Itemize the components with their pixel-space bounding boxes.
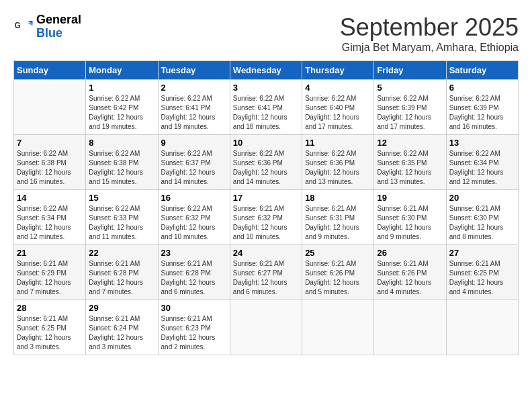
calendar-day-cell: 17Sunrise: 6:21 AM Sunset: 6:32 PM Dayli… [230,190,302,245]
day-info: Sunrise: 6:21 AM Sunset: 6:32 PM Dayligh… [233,204,299,242]
day-info: Sunrise: 6:21 AM Sunset: 6:31 PM Dayligh… [305,204,371,242]
subtitle: Gimja Bet Maryam, Amhara, Ethiopia [340,42,519,54]
calendar-week-row: 1Sunrise: 6:22 AM Sunset: 6:42 PM Daylig… [14,80,519,135]
day-info: Sunrise: 6:22 AM Sunset: 6:41 PM Dayligh… [233,94,299,132]
calendar-day-cell: 1Sunrise: 6:22 AM Sunset: 6:42 PM Daylig… [86,80,158,135]
calendar-day-cell [302,300,374,355]
day-number: 24 [233,248,299,258]
day-info: Sunrise: 6:22 AM Sunset: 6:39 PM Dayligh… [449,94,515,132]
day-info: Sunrise: 6:22 AM Sunset: 6:36 PM Dayligh… [305,149,371,187]
calendar-body: 1Sunrise: 6:22 AM Sunset: 6:42 PM Daylig… [14,80,519,355]
weekday-header-cell: Friday [374,61,446,80]
calendar-week-row: 7Sunrise: 6:22 AM Sunset: 6:38 PM Daylig… [14,135,519,190]
calendar-day-cell: 26Sunrise: 6:21 AM Sunset: 6:26 PM Dayli… [374,245,446,300]
day-info: Sunrise: 6:22 AM Sunset: 6:33 PM Dayligh… [89,204,154,242]
header: G General Blue September 2025 Gimja Bet … [13,13,519,54]
weekday-header-cell: Thursday [302,61,374,80]
calendar-day-cell [374,300,446,355]
day-number: 16 [161,193,227,203]
calendar-day-cell: 2Sunrise: 6:22 AM Sunset: 6:41 PM Daylig… [158,80,230,135]
day-info: Sunrise: 6:22 AM Sunset: 6:38 PM Dayligh… [17,149,83,187]
day-info: Sunrise: 6:22 AM Sunset: 6:40 PM Dayligh… [305,94,371,132]
day-number: 15 [89,193,154,203]
calendar-day-cell: 11Sunrise: 6:22 AM Sunset: 6:36 PM Dayli… [302,135,374,190]
day-info: Sunrise: 6:22 AM Sunset: 6:41 PM Dayligh… [161,94,227,132]
day-info: Sunrise: 6:21 AM Sunset: 6:25 PM Dayligh… [17,314,83,352]
weekday-header-row: SundayMondayTuesdayWednesdayThursdayFrid… [14,61,519,80]
weekday-header-cell: Saturday [446,61,518,80]
calendar-day-cell: 5Sunrise: 6:22 AM Sunset: 6:39 PM Daylig… [374,80,446,135]
calendar-day-cell: 20Sunrise: 6:21 AM Sunset: 6:30 PM Dayli… [446,190,518,245]
day-number: 27 [449,248,515,258]
weekday-header-cell: Monday [86,61,158,80]
day-info: Sunrise: 6:21 AM Sunset: 6:30 PM Dayligh… [449,204,515,242]
weekday-header-cell: Wednesday [230,61,302,80]
day-number: 13 [449,138,515,148]
logo-text: General Blue [36,13,81,40]
calendar-day-cell: 24Sunrise: 6:21 AM Sunset: 6:27 PM Dayli… [230,245,302,300]
calendar-day-cell: 4Sunrise: 6:22 AM Sunset: 6:40 PM Daylig… [302,80,374,135]
calendar-day-cell: 18Sunrise: 6:21 AM Sunset: 6:31 PM Dayli… [302,190,374,245]
calendar-day-cell: 29Sunrise: 6:21 AM Sunset: 6:24 PM Dayli… [86,300,158,355]
day-number: 12 [377,138,443,148]
day-info: Sunrise: 6:22 AM Sunset: 6:42 PM Dayligh… [89,94,154,132]
day-number: 17 [233,193,299,203]
day-number: 28 [17,303,83,313]
day-number: 23 [161,248,227,258]
day-number: 7 [17,138,83,148]
day-number: 8 [89,138,154,148]
calendar-week-row: 28Sunrise: 6:21 AM Sunset: 6:25 PM Dayli… [14,300,519,355]
day-number: 5 [377,83,443,93]
calendar-day-cell: 3Sunrise: 6:22 AM Sunset: 6:41 PM Daylig… [230,80,302,135]
day-info: Sunrise: 6:22 AM Sunset: 6:32 PM Dayligh… [161,204,227,242]
calendar-day-cell: 7Sunrise: 6:22 AM Sunset: 6:38 PM Daylig… [14,135,86,190]
weekday-header-cell: Tuesday [158,61,230,80]
day-number: 4 [305,83,371,93]
day-info: Sunrise: 6:21 AM Sunset: 6:24 PM Dayligh… [89,314,154,352]
calendar-day-cell: 19Sunrise: 6:21 AM Sunset: 6:30 PM Dayli… [374,190,446,245]
day-info: Sunrise: 6:22 AM Sunset: 6:36 PM Dayligh… [233,149,299,187]
day-number: 26 [377,248,443,258]
calendar: SundayMondayTuesdayWednesdayThursdayFrid… [13,60,519,355]
day-number: 21 [17,248,83,258]
day-info: Sunrise: 6:22 AM Sunset: 6:35 PM Dayligh… [377,149,443,187]
day-number: 11 [305,138,371,148]
day-number: 10 [233,138,299,148]
day-number: 18 [305,193,371,203]
day-number: 25 [305,248,371,258]
day-info: Sunrise: 6:21 AM Sunset: 6:26 PM Dayligh… [305,259,371,297]
day-number: 1 [89,83,154,93]
day-info: Sunrise: 6:22 AM Sunset: 6:34 PM Dayligh… [449,149,515,187]
calendar-day-cell [446,300,518,355]
day-info: Sunrise: 6:21 AM Sunset: 6:28 PM Dayligh… [161,259,227,297]
day-info: Sunrise: 6:21 AM Sunset: 6:26 PM Dayligh… [377,259,443,297]
logo: G General Blue [13,13,81,40]
calendar-day-cell: 14Sunrise: 6:22 AM Sunset: 6:34 PM Dayli… [14,190,86,245]
day-number: 9 [161,138,227,148]
day-number: 30 [161,303,227,313]
day-number: 29 [89,303,154,313]
day-info: Sunrise: 6:22 AM Sunset: 6:34 PM Dayligh… [17,204,83,242]
day-number: 6 [449,83,515,93]
calendar-day-cell: 21Sunrise: 6:21 AM Sunset: 6:29 PM Dayli… [14,245,86,300]
day-number: 3 [233,83,299,93]
weekday-header-cell: Sunday [14,61,86,80]
calendar-day-cell: 13Sunrise: 6:22 AM Sunset: 6:34 PM Dayli… [446,135,518,190]
title-area: September 2025 Gimja Bet Maryam, Amhara,… [340,13,519,54]
calendar-day-cell: 16Sunrise: 6:22 AM Sunset: 6:32 PM Dayli… [158,190,230,245]
day-number: 2 [161,83,227,93]
calendar-day-cell [230,300,302,355]
day-info: Sunrise: 6:21 AM Sunset: 6:28 PM Dayligh… [89,259,154,297]
calendar-day-cell [14,80,86,135]
day-info: Sunrise: 6:22 AM Sunset: 6:37 PM Dayligh… [161,149,227,187]
month-title: September 2025 [340,13,519,42]
day-info: Sunrise: 6:22 AM Sunset: 6:39 PM Dayligh… [377,94,443,132]
calendar-week-row: 21Sunrise: 6:21 AM Sunset: 6:29 PM Dayli… [14,245,519,300]
day-number: 22 [89,248,154,258]
day-number: 20 [449,193,515,203]
calendar-day-cell: 6Sunrise: 6:22 AM Sunset: 6:39 PM Daylig… [446,80,518,135]
day-number: 19 [377,193,443,203]
calendar-day-cell: 9Sunrise: 6:22 AM Sunset: 6:37 PM Daylig… [158,135,230,190]
calendar-week-row: 14Sunrise: 6:22 AM Sunset: 6:34 PM Dayli… [14,190,519,245]
calendar-day-cell: 15Sunrise: 6:22 AM Sunset: 6:33 PM Dayli… [86,190,158,245]
